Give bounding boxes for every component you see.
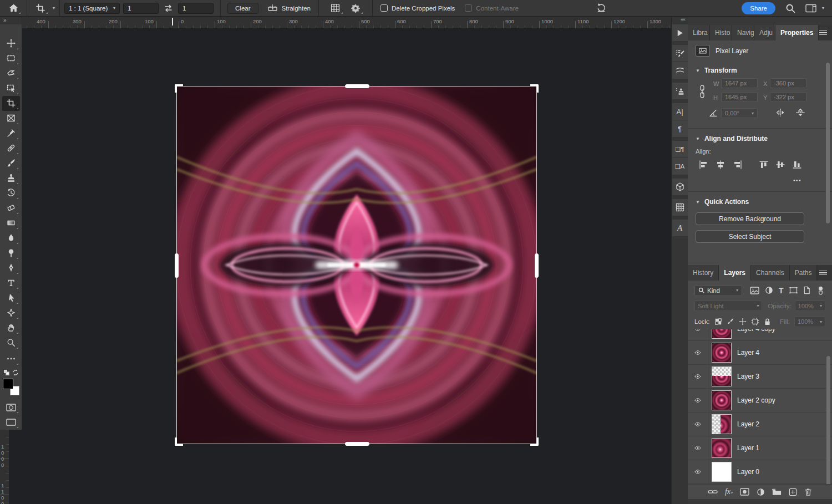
layers-scrollbar[interactable] [826, 356, 830, 484]
tool-path-selection[interactable] [2, 291, 20, 306]
panel-icon-brushes[interactable] [672, 62, 688, 79]
layer-row[interactable]: Layer 0 [688, 460, 832, 484]
tool-object-selection[interactable] [2, 81, 20, 96]
straighten-button[interactable]: Straighten [267, 4, 311, 12]
layer-thumbnail[interactable] [712, 343, 732, 363]
tool-eraser[interactable] [2, 201, 20, 216]
panel-icon-clone-source[interactable] [672, 83, 688, 99]
swap-dimensions-button[interactable] [164, 4, 173, 12]
align-section-header[interactable]: ▼ Align and Distribute [696, 135, 768, 142]
clear-button[interactable]: Clear [227, 3, 258, 14]
flip-horizontal-icon[interactable] [775, 108, 785, 117]
delete-layer-icon[interactable] [804, 488, 812, 496]
transform-section-header[interactable]: ▼ Transform [696, 67, 737, 74]
edit-toolbar-button[interactable] [2, 352, 20, 366]
tool-shape[interactable] [2, 306, 20, 320]
tab-libraries[interactable]: Libra [688, 25, 710, 40]
filter-shape-icon[interactable] [789, 287, 798, 294]
adjustment-layer-icon[interactable] [757, 488, 765, 496]
align-more-button[interactable]: ••• [793, 177, 801, 184]
tab-adjustments[interactable]: Adju [754, 25, 775, 40]
tool-hand[interactable] [2, 320, 20, 335]
align-center-vertical-icon[interactable] [775, 160, 785, 169]
ratio-preset-select[interactable]: 1 : 1 (Square) ▾ [64, 3, 120, 14]
crop-width-input[interactable]: 1 [123, 3, 159, 14]
panel-icon-character[interactable]: A| [672, 103, 688, 120]
new-layer-icon[interactable] [789, 488, 797, 496]
tool-dodge[interactable] [2, 246, 20, 261]
layer-name[interactable]: Layer 3 [737, 373, 759, 380]
delete-cropped-pixels-checkbox[interactable]: Delete Cropped Pixels [381, 4, 455, 12]
link-layers-icon[interactable] [708, 488, 718, 496]
workspace-switcher[interactable]: ▾ [805, 4, 824, 13]
layer-thumbnail[interactable] [712, 438, 732, 458]
tab-navigator[interactable]: Navig [732, 25, 754, 40]
visibility-toggle[interactable] [688, 460, 708, 483]
lock-transparency-icon[interactable] [714, 318, 722, 325]
layer-row[interactable]: Layer 4 [688, 341, 832, 365]
layer-row[interactable]: Layer 3 [688, 365, 832, 389]
visibility-toggle[interactable] [688, 329, 708, 340]
default-swap-colors[interactable] [2, 369, 20, 376]
layer-thumbnail[interactable] [712, 390, 732, 410]
layer-name[interactable]: Layer 1 [737, 444, 759, 452]
tool-lasso[interactable] [2, 66, 20, 81]
tool-gradient[interactable] [2, 216, 20, 231]
tool-crop[interactable] [2, 96, 20, 111]
filter-image-icon[interactable] [750, 287, 759, 294]
align-left-icon[interactable] [699, 160, 709, 169]
tool-healing-brush[interactable] [2, 141, 20, 156]
layer-name[interactable]: Layer 4 [737, 349, 759, 357]
tool-history-brush[interactable] [2, 186, 20, 201]
new-group-icon[interactable] [772, 488, 782, 496]
panel-menu-icon[interactable] [819, 271, 827, 276]
tab-paths[interactable]: Paths [790, 265, 818, 281]
select-subject-button[interactable]: Select Subject [696, 230, 804, 243]
visibility-toggle[interactable] [688, 365, 708, 388]
quick-actions-header[interactable]: ▼ Quick Actions [696, 198, 749, 206]
layer-row[interactable]: Layer 2 [688, 413, 832, 436]
align-bottom-icon[interactable] [792, 160, 802, 169]
tool-brush[interactable] [2, 156, 20, 171]
tool-pen[interactable] [2, 261, 20, 276]
layer-effects-icon[interactable]: fx▾ [725, 487, 733, 496]
filter-smart-object-icon[interactable] [803, 286, 810, 294]
search-icon[interactable] [785, 3, 795, 13]
tool-zoom[interactable] [2, 335, 20, 350]
canvas-area[interactable]: 400 300 200 100 0 100 200 300 400 500 60… [0, 17, 671, 504]
layer-thumbnail[interactable] [712, 414, 732, 434]
crop-height-input[interactable]: 1 [178, 3, 214, 14]
tool-move[interactable] [2, 36, 20, 51]
flip-vertical-icon[interactable] [795, 108, 805, 117]
layer-row[interactable]: Layer 1 [688, 436, 832, 460]
tool-marquee[interactable] [2, 51, 20, 66]
panel-icon-patterns[interactable] [672, 199, 688, 216]
align-top-icon[interactable] [759, 160, 769, 169]
visibility-toggle[interactable] [688, 436, 708, 460]
home-button[interactable] [4, 1, 22, 16]
panel-icon-character-styles[interactable]: ❑A [672, 158, 688, 175]
expand-panels-button[interactable]: «« [672, 17, 688, 24]
layer-name[interactable]: Layer 0 [737, 468, 759, 476]
panel-icon-actions[interactable] [672, 24, 688, 41]
tab-histogram[interactable]: Histo [710, 25, 732, 40]
quick-mask-button[interactable] [2, 400, 20, 415]
filter-toggle-pin-icon[interactable] [817, 286, 824, 295]
visibility-toggle[interactable] [688, 389, 708, 412]
panel-icon-brush-settings[interactable] [672, 45, 688, 62]
layer-thumbnail[interactable] [712, 462, 732, 482]
tab-channels[interactable]: Channels [751, 265, 790, 281]
overlay-options-button[interactable] [327, 1, 344, 16]
document-canvas[interactable] [176, 86, 537, 444]
layer-name[interactable]: Layer 2 [737, 420, 759, 428]
lock-position-icon[interactable] [739, 318, 747, 325]
layer-row[interactable]: Layer 4 copy [688, 329, 832, 341]
lock-artboard-icon[interactable] [751, 318, 759, 325]
chevron-down-icon[interactable]: ▾ [53, 6, 55, 11]
crop-settings-button[interactable] [347, 1, 364, 16]
color-swatches[interactable] [3, 379, 19, 395]
lock-all-icon[interactable] [764, 318, 771, 325]
crop-tool-preset[interactable] [32, 1, 49, 16]
tool-clone-stamp[interactable] [2, 171, 20, 186]
share-button[interactable]: Share [742, 2, 775, 14]
